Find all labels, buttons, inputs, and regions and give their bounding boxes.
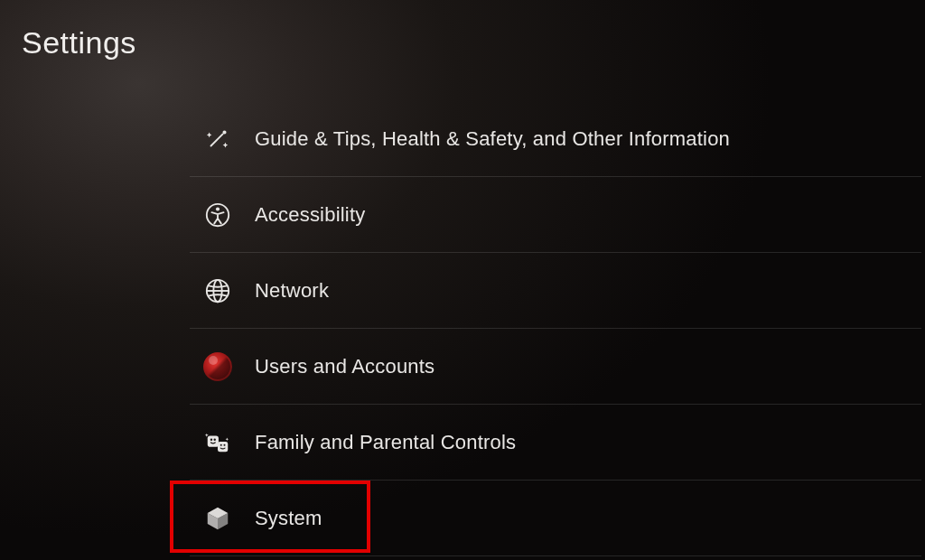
menu-item-label: System (255, 507, 322, 530)
menu-item-guide[interactable]: Guide & Tips, Health & Safety, and Other… (190, 101, 921, 177)
page-title: Settings (22, 25, 136, 61)
menu-item-family[interactable]: Family and Parental Controls (190, 405, 921, 481)
globe-icon (202, 275, 233, 306)
menu-item-users[interactable]: Users and Accounts (190, 329, 921, 405)
svg-rect-10 (218, 442, 228, 452)
menu-item-label: Accessibility (255, 203, 365, 227)
svg-point-3 (216, 207, 220, 210)
menu-item-label: Family and Parental Controls (255, 431, 516, 454)
cube-icon (202, 503, 233, 534)
menu-item-accessibility[interactable]: Accessibility (190, 177, 921, 253)
accessibility-icon (202, 200, 233, 230)
svg-point-11 (220, 443, 222, 445)
svg-point-12 (223, 443, 225, 445)
svg-rect-7 (208, 435, 219, 446)
settings-menu: Guide & Tips, Health & Safety, and Other… (190, 101, 921, 556)
svg-point-1 (223, 131, 225, 133)
menu-item-network[interactable]: Network (190, 253, 921, 329)
svg-line-0 (211, 134, 223, 145)
svg-point-9 (214, 438, 216, 440)
menu-item-label: Guide & Tips, Health & Safety, and Other… (255, 127, 730, 151)
menu-item-system[interactable]: System (190, 481, 921, 556)
avatar-icon (202, 351, 233, 382)
wand-icon (202, 124, 233, 154)
svg-point-8 (210, 438, 212, 440)
menu-item-label: Network (255, 279, 329, 303)
menu-item-label: Users and Accounts (255, 355, 434, 378)
family-icon (202, 427, 233, 458)
